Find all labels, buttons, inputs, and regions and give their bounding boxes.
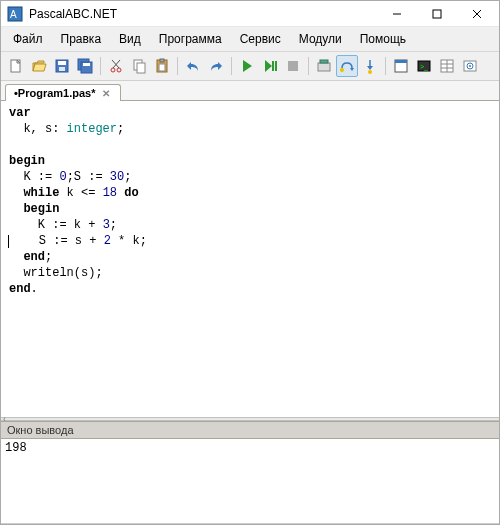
code-text: writeln(s); [9, 266, 103, 280]
code-editor[interactable]: var k, s: integer; begin K := 0;S := 30;… [1, 101, 499, 417]
menu-view[interactable]: Вид [111, 29, 149, 49]
window-title: PascalABC.NET [29, 7, 377, 21]
svg-text:A: A [10, 9, 17, 20]
paste-button[interactable] [151, 55, 173, 77]
code-text: K := [9, 170, 59, 184]
menu-service[interactable]: Сервис [232, 29, 289, 49]
menu-edit[interactable]: Правка [53, 29, 110, 49]
toolbar-separator [231, 57, 232, 75]
toolbar-separator [177, 57, 178, 75]
window-controls [377, 2, 497, 26]
app-icon: A [7, 6, 23, 22]
code-number: 0 [59, 170, 66, 184]
undo-button[interactable] [182, 55, 204, 77]
toolbar: >_ [1, 52, 499, 81]
menu-modules[interactable]: Модули [291, 29, 350, 49]
output-window-button[interactable]: >_ [413, 55, 435, 77]
save-button[interactable] [51, 55, 73, 77]
svg-rect-29 [320, 60, 328, 63]
code-text [9, 202, 23, 216]
svg-rect-22 [159, 64, 165, 71]
code-text: k <= [59, 186, 102, 200]
svg-point-14 [111, 68, 115, 72]
output-panel[interactable]: 198 [1, 439, 499, 524]
svg-rect-9 [58, 61, 66, 65]
output-panel-header: Окно вывода [1, 421, 499, 439]
svg-marker-24 [265, 60, 272, 72]
code-number: 18 [103, 186, 117, 200]
tab-bar: •Program1.pas* ✕ [1, 81, 499, 101]
run-button[interactable] [236, 55, 258, 77]
code-text: S := s + [10, 234, 104, 248]
menu-bar: Файл Правка Вид Программа Сервис Модули … [1, 27, 499, 52]
code-text: ; [110, 218, 117, 232]
stop-button[interactable] [282, 55, 304, 77]
new-file-button[interactable] [5, 55, 27, 77]
close-button[interactable] [457, 2, 497, 26]
copy-button[interactable] [128, 55, 150, 77]
svg-text:>_: >_ [420, 63, 428, 71]
toolbar-separator [308, 57, 309, 75]
svg-rect-19 [137, 63, 145, 73]
run-no-debug-button[interactable] [259, 55, 281, 77]
properties-button[interactable] [436, 55, 458, 77]
code-text: ; [45, 250, 52, 264]
code-keyword: begin [9, 154, 45, 168]
code-text: ; [117, 122, 124, 136]
title-bar: A PascalABC.NET [1, 1, 499, 27]
svg-rect-21 [160, 59, 164, 62]
svg-point-45 [469, 65, 471, 67]
toolbar-separator [385, 57, 386, 75]
open-file-button[interactable] [28, 55, 50, 77]
watch-button[interactable] [459, 55, 481, 77]
minimize-button[interactable] [377, 2, 417, 26]
menu-file[interactable]: Файл [5, 29, 51, 49]
tab-close-icon[interactable]: ✕ [100, 87, 112, 99]
toolbar-separator [100, 57, 101, 75]
menu-help[interactable]: Помощь [352, 29, 414, 49]
svg-rect-3 [433, 10, 441, 18]
svg-rect-27 [288, 61, 298, 71]
svg-rect-10 [59, 67, 65, 71]
maximize-button[interactable] [417, 2, 457, 26]
svg-marker-30 [350, 68, 354, 71]
text-cursor [8, 235, 9, 248]
code-number: 30 [110, 170, 124, 184]
output-text: 198 [5, 441, 27, 455]
file-tab[interactable]: •Program1.pas* ✕ [5, 84, 121, 101]
code-text: k, s: [9, 122, 67, 136]
svg-point-31 [340, 68, 344, 72]
code-number: 3 [103, 218, 110, 232]
redo-button[interactable] [205, 55, 227, 77]
svg-rect-28 [318, 63, 330, 71]
code-keyword: end [9, 282, 31, 296]
svg-point-34 [368, 70, 372, 74]
code-number: 2 [104, 234, 111, 248]
code-keyword: while [23, 186, 59, 200]
svg-line-16 [113, 60, 120, 68]
svg-line-17 [112, 60, 119, 68]
svg-rect-13 [83, 63, 90, 66]
svg-rect-36 [395, 60, 407, 63]
code-text: ;S := [67, 170, 110, 184]
code-text [9, 186, 23, 200]
code-text: . [31, 282, 38, 296]
compile-button[interactable] [313, 55, 335, 77]
step-over-button[interactable] [336, 55, 358, 77]
svg-point-15 [117, 68, 121, 72]
save-all-button[interactable] [74, 55, 96, 77]
menu-program[interactable]: Программа [151, 29, 230, 49]
form-designer-button[interactable] [390, 55, 412, 77]
code-keyword: do [124, 186, 138, 200]
code-text: * k; [111, 234, 147, 248]
code-text: K := k + [9, 218, 103, 232]
code-keyword: var [9, 106, 31, 120]
cut-button[interactable] [105, 55, 127, 77]
step-into-button[interactable] [359, 55, 381, 77]
svg-marker-23 [243, 60, 252, 72]
code-keyword: end [23, 250, 45, 264]
code-keyword: begin [23, 202, 59, 216]
svg-marker-33 [367, 66, 373, 70]
tab-label: •Program1.pas* [14, 87, 96, 99]
code-text [9, 250, 23, 264]
